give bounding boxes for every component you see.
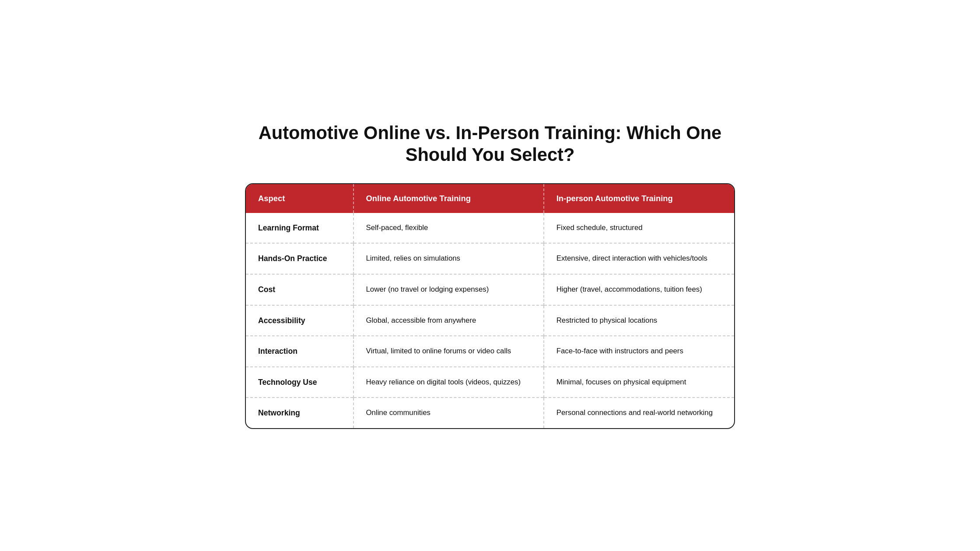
cell-inperson: Face-to-face with instructors and peers [544,336,734,367]
table-row: Learning FormatSelf-paced, flexibleFixed… [246,213,734,244]
cell-aspect: Hands-On Practice [246,243,354,274]
table-row: AccessibilityGlobal, accessible from any… [246,305,734,336]
cell-aspect: Networking [246,398,354,428]
table-header-row: Aspect Online Automotive Training In-per… [246,184,734,213]
cell-online: Heavy reliance on digital tools (videos,… [354,367,544,398]
table-row: Hands-On PracticeLimited, relies on simu… [246,243,734,274]
table-row: CostLower (no travel or lodging expenses… [246,274,734,305]
cell-inperson: Fixed schedule, structured [544,213,734,244]
cell-online: Lower (no travel or lodging expenses) [354,274,544,305]
table-body: Learning FormatSelf-paced, flexibleFixed… [246,213,734,428]
cell-online: Virtual, limited to online forums or vid… [354,336,544,367]
cell-online: Self-paced, flexible [354,213,544,244]
table-row: NetworkingOnline communitiesPersonal con… [246,398,734,428]
cell-inperson: Higher (travel, accommodations, tuition … [544,274,734,305]
cell-inperson: Restricted to physical locations [544,305,734,336]
cell-aspect: Cost [246,274,354,305]
table-row: InteractionVirtual, limited to online fo… [246,336,734,367]
cell-aspect: Learning Format [246,213,354,244]
cell-inperson: Personal connections and real-world netw… [544,398,734,428]
cell-aspect: Interaction [246,336,354,367]
cell-aspect: Accessibility [246,305,354,336]
table-row: Technology UseHeavy reliance on digital … [246,367,734,398]
main-container: Automotive Online vs. In-Person Training… [245,122,735,429]
header-online: Online Automotive Training [354,184,544,213]
cell-online: Global, accessible from anywhere [354,305,544,336]
cell-inperson: Minimal, focuses on physical equipment [544,367,734,398]
header-inperson: In-person Automotive Training [544,184,734,213]
comparison-table: Aspect Online Automotive Training In-per… [246,184,734,428]
cell-inperson: Extensive, direct interaction with vehic… [544,243,734,274]
header-aspect: Aspect [246,184,354,213]
comparison-table-wrapper: Aspect Online Automotive Training In-per… [245,183,735,429]
cell-aspect: Technology Use [246,367,354,398]
cell-online: Online communities [354,398,544,428]
page-title: Automotive Online vs. In-Person Training… [245,122,735,166]
cell-online: Limited, relies on simulations [354,243,544,274]
